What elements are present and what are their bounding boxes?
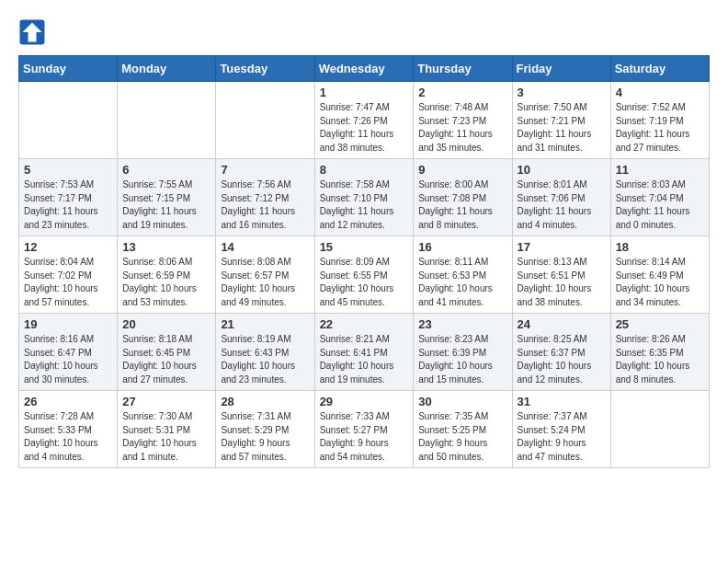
day-number: 14 <box>221 240 309 254</box>
calendar-cell: 28Sunrise: 7:31 AM Sunset: 5:29 PM Dayli… <box>216 391 314 468</box>
calendar-cell: 3Sunrise: 7:50 AM Sunset: 7:21 PM Daylig… <box>512 82 610 159</box>
day-number: 21 <box>221 317 309 331</box>
calendar-cell: 11Sunrise: 8:03 AM Sunset: 7:04 PM Dayli… <box>610 159 709 236</box>
calendar-week-row: 26Sunrise: 7:28 AM Sunset: 5:33 PM Dayli… <box>19 391 710 468</box>
day-info: Sunrise: 7:47 AM Sunset: 7:26 PM Dayligh… <box>320 101 409 155</box>
calendar-cell <box>610 391 709 468</box>
day-info: Sunrise: 8:03 AM Sunset: 7:04 PM Dayligh… <box>616 178 704 232</box>
day-info: Sunrise: 7:28 AM Sunset: 5:33 PM Dayligh… <box>24 410 112 464</box>
day-info: Sunrise: 7:53 AM Sunset: 7:17 PM Dayligh… <box>24 178 112 232</box>
day-info: Sunrise: 8:25 AM Sunset: 6:37 PM Dayligh… <box>518 333 606 386</box>
calendar-cell: 22Sunrise: 8:21 AM Sunset: 6:41 PM Dayli… <box>314 314 414 391</box>
day-info: Sunrise: 8:18 AM Sunset: 6:45 PM Dayligh… <box>122 333 210 386</box>
calendar-cell: 15Sunrise: 8:09 AM Sunset: 6:55 PM Dayli… <box>314 236 414 314</box>
day-number: 19 <box>24 317 112 331</box>
calendar-cell: 17Sunrise: 8:13 AM Sunset: 6:51 PM Dayli… <box>512 236 610 314</box>
calendar-cell: 14Sunrise: 8:08 AM Sunset: 6:57 PM Dayli… <box>216 236 314 314</box>
day-number: 23 <box>418 317 506 331</box>
calendar-table: SundayMondayTuesdayWednesdayThursdayFrid… <box>18 55 710 468</box>
calendar-cell: 16Sunrise: 8:11 AM Sunset: 6:53 PM Dayli… <box>414 236 512 314</box>
day-info: Sunrise: 7:55 AM Sunset: 7:15 PM Dayligh… <box>122 178 210 232</box>
calendar-cell: 9Sunrise: 8:00 AM Sunset: 7:08 PM Daylig… <box>414 159 512 236</box>
day-number: 7 <box>221 163 309 177</box>
calendar-week-row: 12Sunrise: 8:04 AM Sunset: 7:02 PM Dayli… <box>19 236 710 314</box>
day-number: 20 <box>122 317 210 331</box>
calendar-cell: 13Sunrise: 8:06 AM Sunset: 6:59 PM Dayli… <box>118 236 216 314</box>
day-number: 31 <box>518 395 606 408</box>
calendar-cell: 8Sunrise: 7:58 AM Sunset: 7:10 PM Daylig… <box>314 159 414 236</box>
day-number: 25 <box>616 317 704 331</box>
calendar-cell: 31Sunrise: 7:37 AM Sunset: 5:24 PM Dayli… <box>512 391 610 468</box>
calendar-cell: 29Sunrise: 7:33 AM Sunset: 5:27 PM Dayli… <box>314 391 414 468</box>
day-info: Sunrise: 8:16 AM Sunset: 6:47 PM Dayligh… <box>24 333 112 386</box>
day-info: Sunrise: 8:19 AM Sunset: 6:43 PM Dayligh… <box>221 333 309 386</box>
day-number: 10 <box>518 163 606 177</box>
day-info: Sunrise: 8:11 AM Sunset: 6:53 PM Dayligh… <box>418 256 506 309</box>
day-number: 4 <box>616 86 704 99</box>
day-info: Sunrise: 7:35 AM Sunset: 5:25 PM Dayligh… <box>418 410 506 464</box>
day-number: 12 <box>24 240 112 254</box>
calendar-cell: 4Sunrise: 7:52 AM Sunset: 7:19 PM Daylig… <box>610 82 709 159</box>
calendar-cell: 10Sunrise: 8:01 AM Sunset: 7:06 PM Dayli… <box>512 159 610 236</box>
page-header <box>18 18 710 46</box>
calendar-cell: 5Sunrise: 7:53 AM Sunset: 7:17 PM Daylig… <box>19 159 118 236</box>
day-number: 3 <box>518 86 606 99</box>
calendar-cell <box>19 82 118 159</box>
day-number: 27 <box>122 395 210 408</box>
calendar-header-monday: Monday <box>118 56 216 82</box>
calendar-header-row: SundayMondayTuesdayWednesdayThursdayFrid… <box>19 56 710 82</box>
day-info: Sunrise: 7:48 AM Sunset: 7:23 PM Dayligh… <box>418 101 506 155</box>
day-info: Sunrise: 7:56 AM Sunset: 7:12 PM Dayligh… <box>221 178 309 232</box>
calendar-week-row: 19Sunrise: 8:16 AM Sunset: 6:47 PM Dayli… <box>19 314 710 391</box>
day-info: Sunrise: 8:23 AM Sunset: 6:39 PM Dayligh… <box>418 333 506 386</box>
calendar-week-row: 5Sunrise: 7:53 AM Sunset: 7:17 PM Daylig… <box>19 159 710 236</box>
day-info: Sunrise: 8:21 AM Sunset: 6:41 PM Dayligh… <box>320 333 409 386</box>
day-number: 2 <box>418 86 506 99</box>
day-number: 28 <box>221 395 309 408</box>
logo-icon <box>18 18 46 46</box>
logo <box>18 18 50 46</box>
day-number: 22 <box>320 317 409 331</box>
day-info: Sunrise: 8:13 AM Sunset: 6:51 PM Dayligh… <box>518 256 606 309</box>
calendar-cell: 20Sunrise: 8:18 AM Sunset: 6:45 PM Dayli… <box>118 314 216 391</box>
day-info: Sunrise: 7:30 AM Sunset: 5:31 PM Dayligh… <box>122 410 210 464</box>
calendar-header-tuesday: Tuesday <box>216 56 314 82</box>
day-number: 6 <box>122 163 210 177</box>
day-number: 17 <box>518 240 606 254</box>
calendar-cell: 7Sunrise: 7:56 AM Sunset: 7:12 PM Daylig… <box>216 159 314 236</box>
calendar-cell: 19Sunrise: 8:16 AM Sunset: 6:47 PM Dayli… <box>19 314 118 391</box>
day-info: Sunrise: 7:58 AM Sunset: 7:10 PM Dayligh… <box>320 178 409 232</box>
day-info: Sunrise: 7:37 AM Sunset: 5:24 PM Dayligh… <box>518 410 606 464</box>
calendar-header-thursday: Thursday <box>414 56 512 82</box>
day-info: Sunrise: 7:50 AM Sunset: 7:21 PM Dayligh… <box>518 101 606 155</box>
day-number: 26 <box>24 395 112 408</box>
day-info: Sunrise: 8:14 AM Sunset: 6:49 PM Dayligh… <box>616 256 704 309</box>
calendar-cell <box>118 82 216 159</box>
day-number: 11 <box>616 163 704 177</box>
calendar-header-saturday: Saturday <box>610 56 709 82</box>
day-number: 8 <box>320 163 409 177</box>
day-number: 5 <box>24 163 112 177</box>
day-info: Sunrise: 8:26 AM Sunset: 6:35 PM Dayligh… <box>616 333 704 386</box>
day-number: 9 <box>418 163 506 177</box>
day-number: 29 <box>320 395 409 408</box>
calendar-header-wednesday: Wednesday <box>314 56 414 82</box>
day-info: Sunrise: 8:06 AM Sunset: 6:59 PM Dayligh… <box>122 256 210 309</box>
calendar-cell: 12Sunrise: 8:04 AM Sunset: 7:02 PM Dayli… <box>19 236 118 314</box>
calendar-header-friday: Friday <box>512 56 610 82</box>
calendar-cell: 2Sunrise: 7:48 AM Sunset: 7:23 PM Daylig… <box>414 82 512 159</box>
day-number: 15 <box>320 240 409 254</box>
day-info: Sunrise: 7:31 AM Sunset: 5:29 PM Dayligh… <box>221 410 309 464</box>
day-number: 30 <box>418 395 506 408</box>
day-info: Sunrise: 8:09 AM Sunset: 6:55 PM Dayligh… <box>320 256 409 309</box>
day-info: Sunrise: 7:52 AM Sunset: 7:19 PM Dayligh… <box>616 101 704 155</box>
calendar-cell: 24Sunrise: 8:25 AM Sunset: 6:37 PM Dayli… <box>512 314 610 391</box>
day-number: 24 <box>518 317 606 331</box>
day-number: 13 <box>122 240 210 254</box>
calendar-cell: 27Sunrise: 7:30 AM Sunset: 5:31 PM Dayli… <box>118 391 216 468</box>
calendar-cell: 6Sunrise: 7:55 AM Sunset: 7:15 PM Daylig… <box>118 159 216 236</box>
day-info: Sunrise: 8:08 AM Sunset: 6:57 PM Dayligh… <box>221 256 309 309</box>
calendar-header-sunday: Sunday <box>19 56 118 82</box>
calendar-cell: 23Sunrise: 8:23 AM Sunset: 6:39 PM Dayli… <box>414 314 512 391</box>
calendar-cell: 26Sunrise: 7:28 AM Sunset: 5:33 PM Dayli… <box>19 391 118 468</box>
